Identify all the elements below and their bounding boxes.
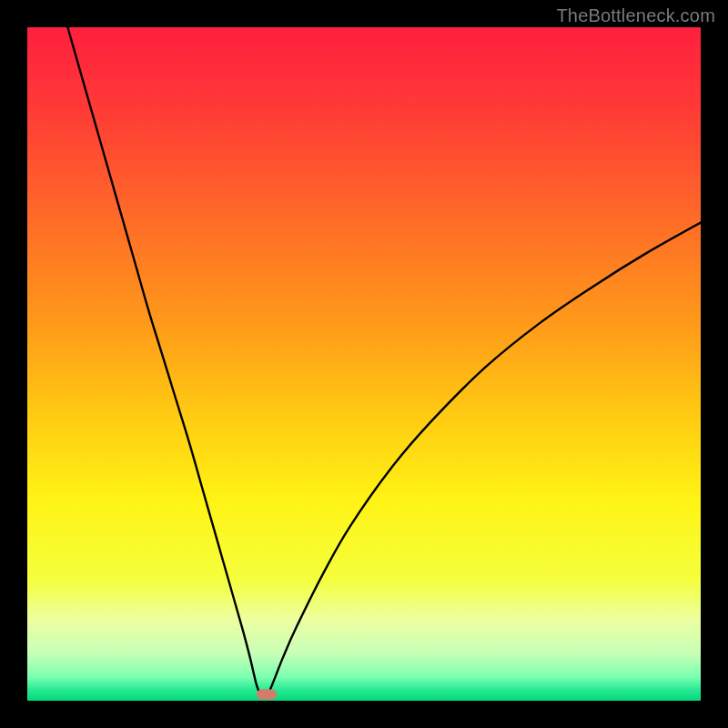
watermark-label: TheBottleneck.com xyxy=(556,5,715,26)
chart-stage: TheBottleneck.com xyxy=(0,0,728,728)
optimal-point-marker xyxy=(257,690,277,700)
bottleneck-curve xyxy=(27,27,701,701)
plot-area xyxy=(27,27,701,701)
